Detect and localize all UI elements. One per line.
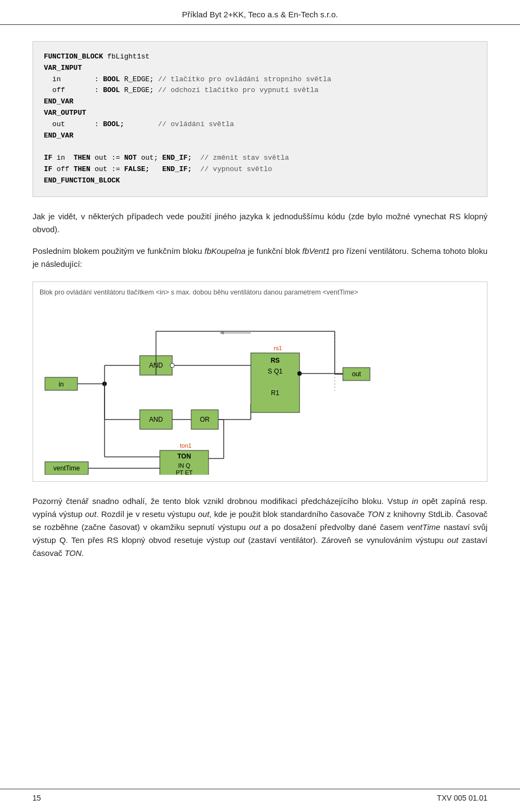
- svg-point-12: [170, 363, 174, 368]
- svg-text:S  Q1: S Q1: [268, 368, 283, 375]
- svg-text:PT  ET: PT ET: [176, 469, 193, 475]
- svg-marker-1: [219, 331, 224, 335]
- page-header: Příklad Byt 2+KK, Teco a.s & En-Tech s.r…: [0, 0, 520, 25]
- svg-text:rs1: rs1: [274, 345, 282, 351]
- diagram-svg: in AND AND OR: [40, 302, 484, 475]
- svg-text:TON: TON: [177, 453, 191, 460]
- svg-text:R1: R1: [271, 389, 280, 397]
- svg-text:RS: RS: [271, 357, 280, 364]
- svg-text:ton1: ton1: [180, 442, 191, 449]
- svg-text:ventTime: ventTime: [54, 464, 80, 472]
- diagram-wrapper: Blok pro ovládání ventilátoru tlačítkem …: [32, 281, 487, 482]
- paragraph-2: Posledním blokem použitým ve funkčním bl…: [32, 245, 487, 271]
- svg-text:out: out: [352, 370, 361, 378]
- page-footer: 15 TXV 005 01.01: [0, 789, 520, 802]
- svg-text:AND: AND: [149, 416, 163, 423]
- page-number: 15: [32, 794, 41, 802]
- header-title: Příklad Byt 2+KK, Teco a.s & En-Tech s.r…: [182, 10, 338, 19]
- paragraph-1: Jak je vidět, v některých případech vede…: [32, 210, 487, 236]
- doc-id: TXV 005 01.01: [437, 794, 487, 802]
- svg-text:in: in: [58, 381, 63, 388]
- code-block: FUNCTION_BLOCK fbLight1st VAR_INPUT in :…: [32, 41, 487, 197]
- page-content: FUNCTION_BLOCK fbLight1st VAR_INPUT in :…: [0, 25, 520, 612]
- paragraph-3: Pozorný čtenář snadno odhalí, že tento b…: [32, 495, 487, 560]
- svg-text:IN   Q: IN Q: [178, 462, 191, 469]
- svg-text:OR: OR: [200, 416, 210, 423]
- diagram-title: Blok pro ovládání ventilátoru tlačítkem …: [40, 289, 480, 296]
